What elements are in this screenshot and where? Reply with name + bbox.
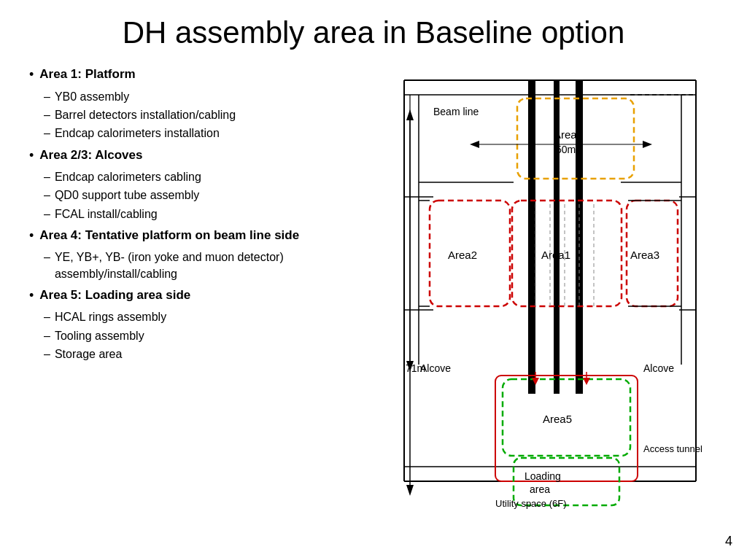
list-item: • Area 4: Tentative platform on beam lin… — [29, 227, 346, 245]
dash: – — [44, 169, 50, 185]
bullet-label: Area 4: Tentative platform on beam line … — [39, 227, 299, 244]
svg-marker-41 — [406, 485, 414, 496]
sub-label: Endcap calorimeters cabling — [55, 169, 201, 185]
area1-label: Area1 — [541, 249, 570, 261]
bullet-dot: • — [29, 66, 34, 84]
left-panel: • Area 1: Platform – YB0 assembly – Barr… — [29, 66, 346, 545]
list-item: – Tooling assembly — [44, 328, 346, 344]
loading-area-label2: area — [530, 483, 550, 495]
sub-label: Tooling assembly — [55, 328, 144, 344]
utility-label: Utility space (6F) — [495, 498, 567, 509]
list-item: • Area 5: Loading area side — [29, 287, 346, 305]
diagram-svg: Beam line Area4 50m — [360, 58, 718, 510]
bullet-list: • Area 1: Platform – YB0 assembly – Barr… — [29, 66, 346, 362]
sub-label: Endcap calorimeters installation — [55, 125, 220, 141]
list-item: – FCAL install/cabling — [44, 206, 346, 222]
list-item: – Barrel detectors installation/cabling — [44, 107, 346, 123]
area4-label: Area4 — [554, 128, 583, 141]
sub-label: Storage area — [55, 346, 123, 362]
svg-rect-14 — [554, 80, 560, 394]
list-item: – Storage area — [44, 346, 346, 362]
area4-dim: 50m — [556, 144, 576, 155]
sub-list: – YB0 assembly – Barrel detectors instal… — [29, 89, 346, 142]
list-item: – QD0 support tube assembly — [44, 187, 346, 203]
dash: – — [44, 249, 50, 265]
sub-label: YB0 assembly — [55, 89, 129, 105]
list-item: • Area 2/3: Alcoves — [29, 147, 346, 165]
dash: – — [44, 309, 50, 325]
svg-rect-13 — [528, 80, 535, 394]
sub-label: Barrel detectors installation/cabling — [55, 107, 236, 123]
svg-marker-18 — [470, 141, 479, 148]
list-item: – Endcap calorimeters installation — [44, 125, 346, 141]
list-item: – YB0 assembly — [44, 89, 346, 105]
area2-label: Area2 — [448, 249, 477, 261]
bullet-dot: • — [29, 287, 34, 305]
sub-list: – YE, YB+, YB- (iron yoke and muon detec… — [29, 249, 346, 282]
svg-rect-38 — [495, 376, 638, 481]
dash: – — [44, 346, 50, 362]
bullet-label: Area 5: Loading area side — [39, 287, 190, 304]
list-item: – Endcap calorimeters cabling — [44, 169, 346, 185]
area5-label: Area5 — [543, 413, 572, 425]
dash: – — [44, 107, 50, 123]
bullet-label: Area 2/3: Alcoves — [39, 147, 142, 164]
svg-marker-19 — [643, 141, 652, 148]
sub-list: – Endcap calorimeters cabling – QD0 supp… — [29, 169, 346, 222]
bullet-dot: • — [29, 147, 34, 165]
alcove-right-label: Alcove — [643, 362, 674, 374]
beam-line-label: Beam line — [433, 106, 479, 117]
bullet-label: Area 1: Platform — [39, 66, 135, 83]
slide: DH assembly area in Baseline option • Ar… — [0, 0, 747, 560]
dash: – — [44, 206, 50, 222]
dash: – — [44, 187, 50, 203]
area3-label: Area3 — [630, 249, 659, 261]
loading-area-label: Loading — [525, 470, 561, 482]
sub-label: QD0 support tube assembly — [55, 187, 199, 203]
sub-list: – HCAL rings assembly – Tooling assembly… — [29, 309, 346, 362]
bullet-dot: • — [29, 227, 34, 245]
slide-title: DH assembly area in Baseline option — [29, 15, 718, 51]
access-tunnel-label: Access tunnel — [643, 443, 703, 454]
content-area: • Area 1: Platform – YB0 assembly – Barr… — [29, 66, 718, 545]
svg-marker-37 — [583, 378, 590, 385]
dash: – — [44, 125, 50, 141]
sub-label: HCAL rings assembly — [55, 309, 166, 325]
right-panel: Beam line Area4 50m — [360, 66, 718, 545]
list-item: – YE, YB+, YB- (iron yoke and muon detec… — [44, 249, 346, 282]
list-item: • Area 1: Platform — [29, 66, 346, 84]
dim-71m: 71m — [406, 362, 425, 374]
sub-label: YE, YB+, YB- (iron yoke and muon detecto… — [55, 249, 346, 282]
dash: – — [44, 328, 50, 344]
diagram-container: Beam line Area4 50m — [360, 58, 718, 510]
page-number: 4 — [725, 534, 732, 549]
list-item: – HCAL rings assembly — [44, 309, 346, 325]
dash: – — [44, 89, 50, 105]
sub-label: FCAL install/cabling — [55, 206, 158, 222]
